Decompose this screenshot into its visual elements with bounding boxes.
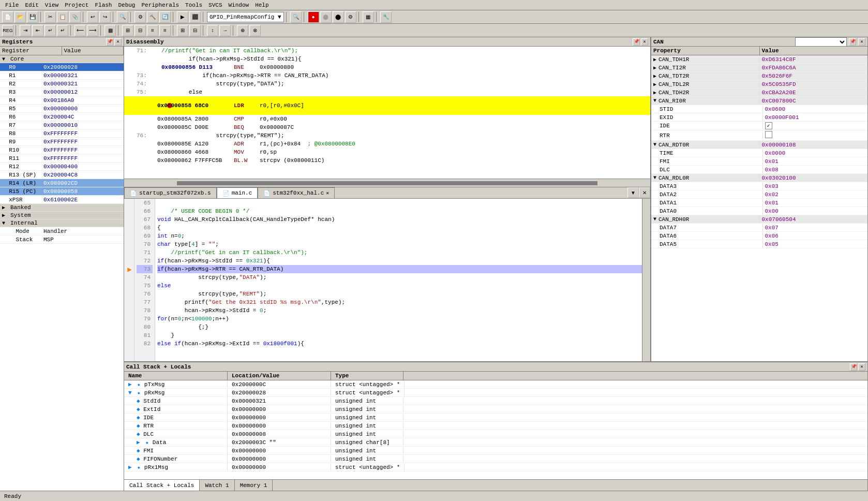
can-rdh0r-row[interactable]: ▼CAN_RDH0R 0x07060504 bbox=[651, 215, 867, 224]
can-dlc-row[interactable]: DLC 0x08 bbox=[651, 166, 867, 174]
callstack-list[interactable]: ▶ ⬥ pTxMsg 0x2000000C struct <untagged> … bbox=[124, 380, 867, 479]
can-data2-row[interactable]: DATA2 0x02 bbox=[651, 190, 867, 199]
cs-ptxmsg-row[interactable]: ▶ ⬥ pTxMsg 0x2000000C struct <untagged> … bbox=[124, 380, 867, 389]
cs-tab-callstack[interactable]: Call Stack + Locals bbox=[124, 480, 200, 491]
reg-r9-row[interactable]: R9 0xFFFFFFFF bbox=[0, 138, 124, 146]
tab-close-btn[interactable]: ✕ bbox=[639, 187, 650, 198]
can-exid-row[interactable]: EXID 0x0000F001 bbox=[651, 113, 867, 122]
can-tdh2r-row[interactable]: ▶CAN_TDH2R 0xCBA2A20E bbox=[651, 89, 867, 97]
cs-pin-btn[interactable]: 📌 bbox=[850, 363, 857, 371]
menu-help[interactable]: Help bbox=[252, 1, 272, 9]
reg-r1-row[interactable]: R1 0x00000321 bbox=[0, 71, 124, 80]
can-ide-row[interactable]: IDE bbox=[651, 122, 867, 130]
compile-btn[interactable]: ⚙ bbox=[134, 11, 146, 23]
cs-data-row[interactable]: ▶ ⬥ Data 0x2000003C "" unsigned char[8] bbox=[124, 438, 867, 447]
cs-close-btn[interactable]: ✕ bbox=[858, 363, 865, 371]
t13-btn[interactable]: ⊟ bbox=[189, 25, 201, 36]
reg-mode-row[interactable]: Mode Handler bbox=[0, 227, 124, 235]
t1-btn[interactable]: ⇥ bbox=[20, 25, 31, 36]
cs-dlc-row[interactable]: ◆ DLC 0x00000008 unsigned int bbox=[124, 430, 867, 438]
banked-group[interactable]: ▶ Banked bbox=[0, 204, 124, 212]
reg-r15-row[interactable]: R15 (PC) 0x08000858 bbox=[0, 187, 124, 196]
undo-btn[interactable]: ↩ bbox=[87, 11, 98, 23]
disasm-hscrollbar[interactable] bbox=[124, 179, 650, 187]
copy-btn[interactable]: 📋 bbox=[57, 11, 68, 23]
t15-btn[interactable]: → bbox=[219, 25, 231, 36]
tool-btn[interactable]: 🔧 bbox=[380, 11, 392, 23]
cs-tab-memory1[interactable]: Memory 1 bbox=[235, 480, 273, 491]
can-stid-row[interactable]: STID 0x0600 bbox=[651, 105, 867, 113]
reg-r8-row[interactable]: R8 0xFFFFFFFF bbox=[0, 129, 124, 138]
func-dropdown[interactable]: GPIO_PinRemapConfig ▼ bbox=[207, 12, 284, 22]
rebuild-btn[interactable]: 🔄 bbox=[159, 11, 171, 23]
redo-btn[interactable]: ↪ bbox=[99, 11, 111, 23]
reg-r7-row[interactable]: R7 0x00000010 bbox=[0, 121, 124, 129]
source-content[interactable]: ▶ 65 66 bbox=[124, 199, 650, 382]
reg-r3-row[interactable]: R3 0x00000012 bbox=[0, 88, 124, 96]
can-data5-row[interactable]: DATA5 0x05 bbox=[651, 240, 867, 248]
menu-view[interactable]: View bbox=[42, 1, 62, 9]
cs-stdid-row[interactable]: ◆ StdId 0x00000321 unsigned int bbox=[124, 397, 867, 405]
cs-fifonum-row[interactable]: ◆ FIFONumber 0x00000000 unsigned int bbox=[124, 455, 867, 463]
pause-btn[interactable]: ⬤ bbox=[333, 11, 344, 23]
settings-btn[interactable]: ⚙ bbox=[345, 11, 356, 23]
reg-r10-row[interactable]: R10 0xFFFFFFFF bbox=[0, 146, 124, 154]
can-close-btn[interactable]: ✕ bbox=[858, 38, 865, 46]
search2-btn[interactable]: 🔍 bbox=[290, 11, 302, 23]
new-btn[interactable]: 📄 bbox=[2, 11, 13, 23]
reg-r5-row[interactable]: R5 0x00000000 bbox=[0, 105, 124, 113]
reg-pin-btn[interactable]: 📌 bbox=[106, 38, 113, 46]
can-time-row[interactable]: TIME 0x0000 bbox=[651, 149, 867, 157]
cs-fmi-row[interactable]: ◆ FMI 0x00000000 unsigned int bbox=[124, 447, 867, 455]
tab-dropdown-btn[interactable]: ▼ bbox=[627, 187, 639, 198]
can-rtr-row[interactable]: RTR bbox=[651, 130, 867, 141]
menu-flash[interactable]: Flash bbox=[92, 1, 115, 9]
t4-btn[interactable]: ↵ bbox=[57, 25, 68, 36]
t5-btn[interactable]: ⟵ bbox=[74, 25, 86, 36]
debug-stop-btn[interactable]: ⬛ bbox=[189, 11, 201, 23]
t7-btn[interactable]: ▦ bbox=[104, 25, 116, 36]
stop2-btn[interactable]: ⬤ bbox=[320, 11, 332, 23]
menu-file[interactable]: File bbox=[2, 1, 22, 9]
disasm-close-btn[interactable]: ✕ bbox=[641, 38, 648, 46]
can-ri0r-row[interactable]: ▼CAN_RI0R 0xC007800C bbox=[651, 97, 867, 105]
can-rdt0r-row[interactable]: ▼CAN_RDT0R 0x00000108 bbox=[651, 141, 867, 149]
t17-btn[interactable]: ⊗ bbox=[249, 25, 261, 36]
open-btn[interactable]: 📂 bbox=[14, 11, 26, 23]
system-group[interactable]: ▶ System bbox=[0, 212, 124, 219]
menu-edit[interactable]: Edit bbox=[22, 1, 41, 9]
reg-r2-row[interactable]: R2 0x00000321 bbox=[0, 80, 124, 88]
menu-tools[interactable]: Tools bbox=[182, 1, 205, 9]
reg-r6-row[interactable]: R6 0x200004C bbox=[0, 113, 124, 121]
can-data3-row[interactable]: DATA3 0x03 bbox=[651, 182, 867, 190]
cs-rtr-row[interactable]: ◆ RTR 0x00000000 unsigned int bbox=[124, 422, 867, 430]
cs-prx1msg-row[interactable]: ▶ ⬥ pRx1Msg 0x00000000 struct <untagged>… bbox=[124, 463, 867, 471]
menu-window[interactable]: Window bbox=[226, 1, 252, 9]
find-btn[interactable]: 🔍 bbox=[117, 11, 128, 23]
t9-btn[interactable]: ⊟ bbox=[134, 25, 146, 36]
can-data6-row[interactable]: DATA6 0x06 bbox=[651, 232, 867, 240]
can-fmi-row[interactable]: FMI 0x01 bbox=[651, 157, 867, 166]
cs-extid-row[interactable]: ◆ ExtId 0x00000000 unsigned int bbox=[124, 405, 867, 414]
t14-btn[interactable]: ↕ bbox=[207, 25, 218, 36]
t16-btn[interactable]: ⊕ bbox=[237, 25, 248, 36]
reg-r11-row[interactable]: R11 0xFFFFFFFF bbox=[0, 154, 124, 163]
t8-btn[interactable]: ⊞ bbox=[122, 25, 133, 36]
can-tdl2r-row[interactable]: ▶CAN_TDL2R 0x5C0535FD bbox=[651, 80, 867, 89]
can-data7-row[interactable]: DATA7 0x07 bbox=[651, 224, 867, 232]
cs-prxmsg-row[interactable]: ▼ ⬥ pRxMsg 0x20000028 struct <untagged> … bbox=[124, 389, 867, 397]
window-btn[interactable]: ▦ bbox=[363, 11, 374, 23]
t2-btn[interactable]: ⇤ bbox=[32, 25, 43, 36]
menu-peripherals[interactable]: Peripherals bbox=[138, 1, 182, 9]
cut-btn[interactable]: ✂ bbox=[44, 11, 56, 23]
can-ti2r-row[interactable]: ▶CAN_TI2R 0xFDA86C6A bbox=[651, 64, 867, 72]
t10-btn[interactable]: ≡ bbox=[147, 25, 158, 36]
reg-r12-row[interactable]: R12 0x00000400 bbox=[0, 163, 124, 171]
cs-ide-row[interactable]: ◆ IDE 0x00000000 unsigned int bbox=[124, 414, 867, 422]
save-btn[interactable]: 💾 bbox=[27, 11, 38, 23]
reg-r4-row[interactable]: R4 0x00186A0 bbox=[0, 96, 124, 105]
t11-btn[interactable]: ≡ bbox=[159, 25, 171, 36]
can-tdh1r-row[interactable]: ▶CAN_TDH1R 0xD6314C8F bbox=[651, 55, 867, 64]
core-group[interactable]: ▼ Core bbox=[0, 55, 124, 63]
t12-btn[interactable]: ⊞ bbox=[177, 25, 188, 36]
